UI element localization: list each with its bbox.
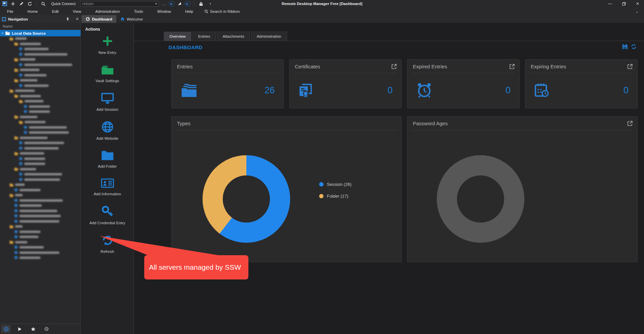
menu-tools[interactable]: Tools	[127, 9, 150, 13]
tree-item-session[interactable]	[0, 208, 81, 214]
external-link-icon[interactable]	[627, 121, 633, 126]
tree-item-session[interactable]	[0, 146, 81, 151]
tree-item-session[interactable]	[0, 161, 81, 167]
tree-session-icon	[19, 73, 23, 77]
refresh-quick-icon[interactable]	[27, 1, 32, 6]
restore-button[interactable]	[622, 2, 626, 6]
tree-item-session[interactable]	[0, 172, 81, 177]
action-add-information[interactable]: Add Information	[86, 178, 129, 196]
action-add-credential-entry[interactable]: Add Credential Entry	[86, 205, 129, 225]
subtab-attachments[interactable]: Attachments	[217, 32, 250, 41]
search-quick-icon[interactable]	[41, 1, 46, 6]
tree-item-session[interactable]	[0, 140, 81, 146]
edit-quick-icon[interactable]	[19, 1, 24, 6]
tree-item-session[interactable]	[0, 188, 81, 193]
host-more-button[interactable]: …	[162, 2, 166, 6]
menu-view[interactable]: View	[66, 9, 88, 13]
close-window-button[interactable]: ✕	[636, 1, 639, 6]
tab-dashboard[interactable]: Dashboard	[82, 15, 116, 23]
tree-item-folder[interactable]	[0, 88, 81, 94]
tab-welcome[interactable]: Welcome	[116, 15, 147, 23]
tree-item-folder[interactable]	[0, 36, 81, 41]
host-dropdown-arrow-icon[interactable]: ▼	[155, 2, 157, 5]
tree-item-session[interactable]	[0, 104, 81, 109]
dashboard-target-icon[interactable]	[1, 325, 11, 333]
tree-item-session[interactable]	[0, 234, 81, 240]
star-icon[interactable]	[28, 325, 38, 333]
external-link-icon[interactable]	[392, 64, 397, 69]
tree-item-session[interactable]	[0, 130, 81, 135]
action-add-session[interactable]: Add Session	[86, 93, 129, 112]
tree-item-session[interactable]	[0, 125, 81, 130]
tree-item-session[interactable]	[0, 73, 81, 78]
menu-home[interactable]: Home	[21, 9, 45, 13]
tree-item-session[interactable]	[0, 198, 81, 203]
tree-item-folder[interactable]	[0, 67, 81, 73]
tree-item-folder[interactable]	[0, 224, 81, 229]
action-add-website[interactable]: Add Website	[86, 121, 129, 141]
tree-item-folder[interactable]	[0, 114, 81, 120]
pin-panel-icon[interactable]	[66, 17, 73, 21]
tree-column-header[interactable]: Name	[0, 23, 81, 30]
tree-item-folder[interactable]	[0, 94, 81, 99]
tree-folder-icon	[9, 225, 13, 228]
tree-item-session[interactable]	[0, 177, 81, 182]
action-refresh[interactable]: Refresh	[86, 235, 129, 254]
new-entry-quick-icon[interactable]	[10, 1, 16, 6]
external-link-icon[interactable]	[627, 64, 633, 69]
tree-item-session[interactable]	[0, 83, 81, 89]
tree-item-session[interactable]	[0, 46, 81, 52]
expand-chevron-icon[interactable]: ˅	[2, 32, 3, 35]
action-add-folder[interactable]: Add Folder	[86, 150, 129, 169]
play-icon[interactable]	[15, 325, 24, 333]
subtab-administration[interactable]: Administration	[251, 32, 287, 41]
search-in-ribbon[interactable]: Search in Ribbon	[200, 9, 240, 13]
external-link-icon[interactable]	[510, 64, 515, 69]
tree-item-folder[interactable]	[0, 120, 81, 125]
action-new-entry[interactable]: New Entry	[86, 35, 129, 55]
tree-item-folder[interactable]	[0, 240, 81, 245]
tree-item-folder[interactable]	[0, 167, 81, 172]
tree-item-session[interactable]	[0, 245, 81, 250]
tree-item-folder[interactable]	[0, 78, 81, 83]
action-vault-settings[interactable]: Vault Settings	[86, 64, 129, 83]
lock-icon[interactable]	[198, 1, 204, 6]
menu-window[interactable]: Window	[150, 9, 178, 13]
tree-item-folder[interactable]	[0, 41, 81, 47]
tree-item-session[interactable]	[0, 203, 81, 208]
tree-item-session[interactable]	[0, 250, 81, 256]
tree-item-folder[interactable]	[0, 99, 81, 104]
tree-root-local-data-source[interactable]: ˅ Local Data Source	[0, 30, 81, 36]
tree-item-session[interactable]	[0, 156, 81, 162]
menu-file[interactable]: File	[0, 9, 21, 13]
tree-item-session[interactable]	[0, 219, 81, 224]
menu-administration[interactable]: Administration	[88, 9, 127, 13]
history-icon[interactable]	[42, 325, 51, 333]
tree-item-session[interactable]	[0, 213, 81, 219]
refresh-dashboard-icon[interactable]	[631, 44, 637, 49]
subtab-overview[interactable]: Overview	[164, 32, 191, 41]
toolbar-dropdown-arrow-icon[interactable]: ▼	[209, 2, 212, 5]
tree-item-folder[interactable]	[0, 135, 81, 141]
connect-button[interactable]: ▶	[169, 1, 174, 6]
cursor-arrow-icon[interactable]	[177, 1, 182, 6]
tree-item-folder[interactable]	[0, 182, 81, 188]
tree-item-folder[interactable]	[0, 151, 81, 156]
tree-item-session[interactable]	[0, 255, 81, 261]
subtab-entries[interactable]: Entries	[192, 32, 216, 41]
save-icon[interactable]	[622, 44, 628, 49]
tree-item-session[interactable]	[0, 62, 81, 68]
minimize-button[interactable]: —	[608, 1, 612, 6]
menu-help[interactable]: Help	[178, 9, 200, 13]
quick-connect-host-input[interactable]: <Host> ▼	[80, 1, 159, 7]
collapse-ribbon-chevron-icon[interactable]: ⌄	[635, 9, 644, 14]
tree-item-folder[interactable]	[0, 57, 81, 62]
open-session-button[interactable]: ▶	[185, 1, 190, 6]
tree-item-folder[interactable]	[0, 193, 81, 198]
menu-edit[interactable]: Edit	[45, 9, 66, 13]
tree-item-session[interactable]	[0, 109, 81, 114]
tree-item-session[interactable]	[0, 52, 81, 57]
tree-item-session[interactable]	[0, 229, 81, 235]
entry-tree[interactable]	[0, 36, 81, 324]
close-panel-icon[interactable]: ✕	[73, 17, 81, 21]
